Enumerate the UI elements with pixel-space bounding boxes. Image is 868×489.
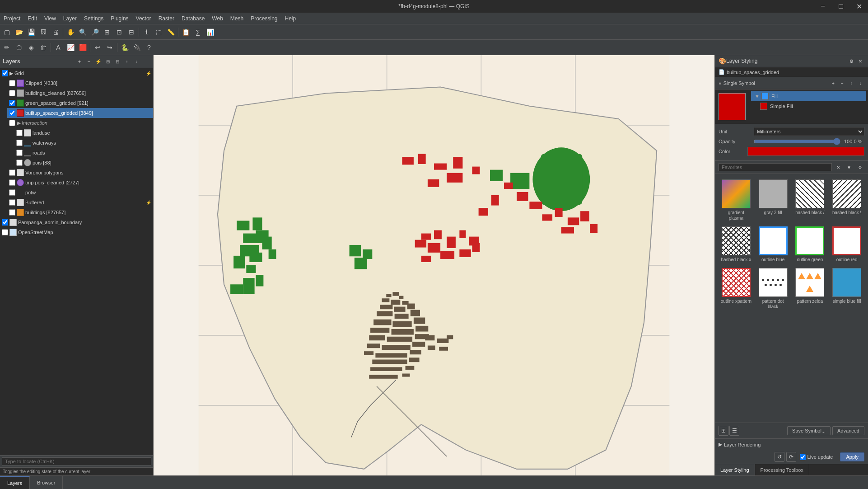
save-as-button[interactable]: 🖫 — [37, 26, 49, 38]
save-symbol-button[interactable]: Save Symbol... — [787, 426, 831, 435]
delete-feature-button[interactable]: 🗑 — [37, 42, 49, 53]
layer-landuse-checkbox[interactable] — [16, 130, 23, 136]
symbol-outline-green[interactable]: outline green — [793, 225, 828, 264]
symbol-hashed-black-slash[interactable]: hashed black / — [793, 178, 828, 223]
layer-intersection[interactable]: ▶ Intersection — [7, 118, 153, 128]
live-update-label[interactable]: Live update — [800, 454, 833, 460]
layer-pampanga-checkbox[interactable] — [2, 219, 8, 226]
open-project-button[interactable]: 📂 — [13, 26, 25, 38]
menu-processing[interactable]: Processing — [247, 14, 281, 23]
print-button[interactable]: 🖨 — [50, 26, 61, 38]
menu-mesh[interactable]: Mesh — [227, 14, 247, 23]
locate-input[interactable] — [2, 457, 151, 465]
symbol-hashed-black-x[interactable]: hashed black x — [719, 225, 754, 264]
digitize-button[interactable]: ⬡ — [13, 42, 25, 53]
redo-button[interactable]: ↪ — [104, 42, 116, 53]
favorites-settings-button[interactable]: ⚙ — [855, 163, 864, 172]
menu-edit[interactable]: Edit — [24, 14, 41, 23]
layer-roads[interactable]: roads — [14, 148, 153, 158]
layer-roads-checkbox[interactable] — [16, 150, 23, 156]
save-project-button[interactable]: 💾 — [25, 26, 37, 38]
remove-layer-button[interactable]: − — [84, 57, 93, 66]
opacity-slider[interactable] — [754, 138, 840, 145]
layer-intersection-checkbox[interactable] — [9, 120, 15, 126]
live-update-checkbox[interactable] — [800, 454, 806, 460]
layer-pofw[interactable]: pofw — [7, 188, 153, 197]
layer-grid-checkbox[interactable] — [2, 70, 8, 76]
tab-browser[interactable]: Browser — [30, 476, 63, 489]
zoom-in-button[interactable]: 🔍 — [77, 26, 89, 38]
symbol-table-view[interactable]: ⊞ — [719, 426, 728, 436]
layer-pofw-checkbox[interactable] — [9, 189, 15, 196]
edit-toggle-button[interactable]: ✏ — [1, 42, 13, 53]
layer-clipped[interactable]: Clipped [4338] — [7, 78, 153, 88]
refresh-button[interactable]: ↺ — [775, 452, 784, 462]
zoom-selection-button[interactable]: ⊡ — [113, 26, 125, 38]
layer-buildings[interactable]: buildings [827657] — [7, 207, 153, 217]
layer-rendering-header[interactable]: ▶ Layer Rendering — [719, 441, 864, 448]
layer-up-button[interactable]: ↑ — [122, 57, 131, 66]
zoom-out-button[interactable]: 🔎 — [89, 26, 101, 38]
tab-processing-toolbox[interactable]: Processing Toolbox — [755, 464, 809, 475]
pan-tool-button[interactable]: ✋ — [65, 26, 76, 38]
apply-button[interactable]: Apply — [840, 452, 864, 461]
symbol-pattern-dot-black[interactable]: pattern dot black — [756, 266, 791, 311]
layer-landuse[interactable]: landuse — [14, 128, 153, 138]
menu-database[interactable]: Database — [178, 14, 208, 23]
layer-buffered[interactable]: Buffered ⚡ — [7, 197, 153, 207]
symbol-pattern-zelda[interactable]: pattern zelda — [793, 266, 828, 311]
layer-buffered-checkbox[interactable] — [9, 199, 15, 206]
help-button[interactable]: ? — [143, 42, 155, 53]
select-button[interactable]: ⬚ — [153, 26, 164, 38]
panel-pin-button[interactable] — [141, 57, 150, 66]
zoom-layer-button[interactable]: ⊟ — [126, 26, 137, 38]
layer-builtup-spaces-checkbox[interactable] — [9, 110, 15, 116]
plugin-manager-button[interactable]: 🔌 — [131, 42, 143, 53]
layer-osm-checkbox[interactable] — [2, 229, 8, 235]
label-tool-button[interactable]: A — [52, 42, 64, 53]
layer-waterways[interactable]: waterways — [14, 138, 153, 148]
layer-clipped-checkbox[interactable] — [9, 80, 15, 86]
chart-button[interactable]: 📈 — [65, 42, 76, 53]
layer-pois[interactable]: pois [88] — [14, 158, 153, 168]
menu-layer[interactable]: Layer — [60, 14, 80, 23]
python-console-button[interactable]: 🐍 — [119, 42, 131, 53]
layer-pois-checkbox[interactable] — [16, 160, 23, 166]
symbol-up-button[interactable]: ↑ — [847, 79, 855, 87]
color-picker[interactable] — [747, 147, 864, 156]
symbol-gradient-plasma[interactable]: gradient plasma — [719, 178, 754, 223]
symbol-tree-fill[interactable]: ▼ Fill — [751, 91, 866, 101]
styling-close-button[interactable]: ✕ — [856, 57, 864, 65]
map-canvas[interactable] — [154, 55, 714, 475]
zoom-full-button[interactable]: ⊞ — [101, 26, 113, 38]
layer-builtup-spaces[interactable]: builtup_spaces_gridded [3849] — [7, 108, 153, 118]
symbol-hashed-black-backslash[interactable]: hashed black \ — [829, 178, 864, 223]
unit-select[interactable]: Millimeters Pixels Points — [754, 127, 864, 136]
menu-plugins[interactable]: Plugins — [107, 14, 132, 23]
layer-tmp-pois-checkbox[interactable] — [9, 179, 15, 186]
attribute-table-button[interactable]: 📋 — [180, 26, 191, 38]
layer-grid[interactable]: ▶ Grid ⚡ — [0, 68, 153, 78]
identify-button[interactable]: ℹ — [140, 26, 152, 38]
menu-help[interactable]: Help — [281, 14, 300, 23]
layer-pampanga[interactable]: Pampanga_admin_boundary — [0, 217, 153, 227]
favorites-search[interactable] — [719, 163, 832, 171]
menu-web[interactable]: Web — [208, 14, 226, 23]
refresh-auto-button[interactable]: ⟳ — [786, 452, 796, 462]
layer-green-spaces[interactable]: green_spaces_gridded [621] — [7, 98, 153, 108]
layer-waterways-checkbox[interactable] — [16, 140, 23, 146]
statistics-button[interactable]: 📊 — [204, 26, 216, 38]
expand-all-button[interactable]: ⊞ — [103, 57, 112, 66]
new-project-button[interactable]: ▢ — [1, 26, 13, 38]
symbol-list-view[interactable]: ☰ — [729, 426, 739, 436]
layer-buildings-cleaned-checkbox[interactable] — [9, 90, 15, 96]
menu-view[interactable]: View — [41, 14, 60, 23]
layer-buildings-checkbox[interactable] — [9, 209, 15, 216]
close-button[interactable]: ✕ — [850, 0, 868, 13]
minimize-button[interactable]: − — [814, 0, 832, 13]
measure-button[interactable]: 📏 — [165, 26, 177, 38]
layer-voronoi[interactable]: Voronoi polygons — [7, 168, 153, 178]
layer-green-spaces-checkbox[interactable] — [9, 100, 15, 106]
symbol-remove-button[interactable]: − — [838, 79, 846, 87]
node-tool-button[interactable]: ◈ — [25, 42, 37, 53]
